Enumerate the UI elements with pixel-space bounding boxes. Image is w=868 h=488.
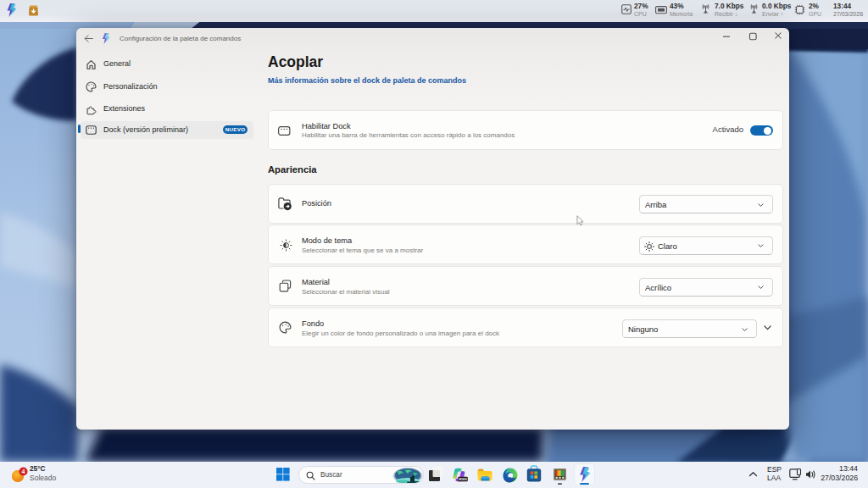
svg-text:4: 4 xyxy=(22,469,25,474)
svg-text:M365: M365 xyxy=(459,477,468,481)
